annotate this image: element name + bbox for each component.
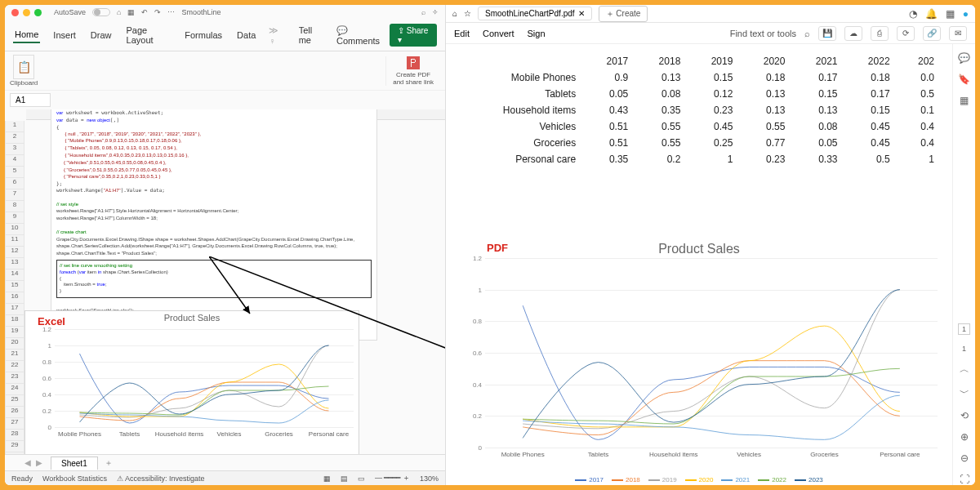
refresh-icon[interactable]: ⟲ xyxy=(960,410,969,421)
tab-formulas[interactable]: Formulas xyxy=(183,28,224,42)
star-icon[interactable]: ☆ xyxy=(464,9,471,18)
view-page-break-icon[interactable]: ▭ xyxy=(358,474,365,483)
view-normal-icon[interactable]: ▦ xyxy=(323,474,331,483)
tab-draw[interactable]: Draw xyxy=(89,28,114,42)
pdf-home-icon[interactable]: ⌂ xyxy=(452,9,457,18)
autosave-label: AutoSave xyxy=(54,8,86,16)
create-button[interactable]: ＋ Create xyxy=(599,6,648,22)
menu-edit[interactable]: Edit xyxy=(454,29,470,38)
tab-data[interactable]: Data xyxy=(235,28,257,42)
link-icon[interactable]: 🔗 xyxy=(923,26,941,41)
pdf-chart: Product Sales00.20.40.60.811.2Mobile Pho… xyxy=(456,240,942,485)
paste-icon[interactable]: 📋 xyxy=(13,55,34,79)
create-pdf-button[interactable]: 🅿 Create PDF and share link xyxy=(385,56,440,86)
ribbon-tabs: Home Insert Draw Page Layout Formulas Da… xyxy=(5,20,445,51)
tab-page-layout[interactable]: Page Layout xyxy=(125,23,172,47)
page-num[interactable]: 1 xyxy=(958,323,970,335)
zoom-in-icon[interactable]: ⊕ xyxy=(960,431,969,443)
pdf-icon: 🅿 xyxy=(407,56,420,71)
tab-home[interactable]: Home xyxy=(13,27,40,43)
clipboard-label: Clipboard xyxy=(10,79,38,87)
bell-icon[interactable]: 🔔 xyxy=(925,8,938,20)
status-accessibility[interactable]: ⚠ Accessibility: Investigate xyxy=(117,474,205,483)
tell-me[interactable]: Tell me xyxy=(297,23,325,47)
comments-button[interactable]: 💬 Comments xyxy=(336,25,385,46)
fit-icon[interactable]: ⛶ xyxy=(960,474,969,485)
maximize-icon[interactable] xyxy=(34,9,42,16)
zoom-level[interactable]: 130% xyxy=(420,474,439,483)
mac-traffic-lights: AutoSave ⌂ ▦ ↶ ↷ ⋯ SmoothLine ⌕ ✧ xyxy=(5,5,445,20)
save-icon[interactable]: ⌂ xyxy=(117,8,121,16)
comment-panel-icon[interactable]: 💬 xyxy=(958,52,970,64)
share-button[interactable]: ⇪ Share ▾ xyxy=(390,24,437,47)
apps-icon[interactable]: ▦ xyxy=(946,8,955,20)
sheet-tab[interactable]: Sheet1 xyxy=(51,457,98,470)
worksheet-grid[interactable]: IJ 1234567891011121314151617181920212223… xyxy=(5,109,445,454)
tab-insert[interactable]: Insert xyxy=(51,28,78,42)
find-label: Find text or tools xyxy=(730,29,796,38)
autosave-toggle[interactable] xyxy=(92,8,110,16)
bookmark-panel-icon[interactable]: 🔖 xyxy=(958,74,970,85)
print-icon[interactable]: ⎙ xyxy=(871,26,889,41)
save-icon[interactable]: 💾 xyxy=(818,26,836,41)
excel-badge: Excel xyxy=(38,315,65,327)
close-icon[interactable] xyxy=(11,9,19,16)
svg-line-0 xyxy=(209,256,250,314)
page-up-icon[interactable]: ︿ xyxy=(960,363,969,376)
cloud-upload-icon[interactable]: ☁ xyxy=(844,26,862,41)
status-ready: Ready xyxy=(11,474,33,483)
copilot-icon[interactable]: ✧ xyxy=(432,8,439,16)
sheet-nav-next[interactable]: ▶ xyxy=(36,458,42,467)
share-icon[interactable]: ✉ xyxy=(949,26,967,41)
profile-avatar[interactable]: ● xyxy=(963,8,969,20)
menu-convert[interactable]: Convert xyxy=(483,29,514,38)
pdf-file-tab[interactable]: SmoothLineChartPdf.pdf ✕ xyxy=(478,7,592,20)
account-icon[interactable]: ◔ xyxy=(909,8,917,20)
close-tab-icon[interactable]: ✕ xyxy=(578,9,585,18)
undo-icon[interactable]: ↶ xyxy=(141,8,148,16)
status-stats[interactable]: Workbook Statistics xyxy=(42,474,107,483)
attachments-icon[interactable]: ▦ xyxy=(960,95,969,106)
excel-window: AutoSave ⌂ ▦ ↶ ↷ ⋯ SmoothLine ⌕ ✧ Home I… xyxy=(5,5,446,485)
name-box[interactable] xyxy=(10,93,51,107)
pdf-page: 201720182019202020212022202 Mobile Phone… xyxy=(446,44,952,485)
add-sheet-button[interactable]: ＋ xyxy=(98,456,119,470)
redo-icon[interactable]: ↷ xyxy=(154,8,161,16)
zoom-out-icon[interactable]: ⊖ xyxy=(960,452,969,464)
minimize-icon[interactable] xyxy=(23,9,30,16)
menu-sign[interactable]: Sign xyxy=(528,29,546,38)
pdf-viewer: ⌂ ☆ SmoothLineChartPdf.pdf ✕ ＋ Create ◔ … xyxy=(446,5,975,485)
view-page-layout-icon[interactable]: ▤ xyxy=(341,474,348,483)
page-down-icon[interactable]: ﹀ xyxy=(960,386,969,400)
home-qat-icon[interactable]: ▦ xyxy=(127,8,135,16)
sheet-nav-prev[interactable]: ◀ xyxy=(24,458,31,467)
doc-name: SmoothLine xyxy=(181,8,220,16)
data-table: 201720182019202020212022202 Mobile Phone… xyxy=(456,52,942,168)
rotate-icon[interactable]: ⟳ xyxy=(897,26,915,41)
search-icon[interactable]: ⌕ xyxy=(421,8,425,16)
pdf-badge: PDF xyxy=(487,242,508,254)
search-icon[interactable]: ⌕ xyxy=(804,29,810,38)
